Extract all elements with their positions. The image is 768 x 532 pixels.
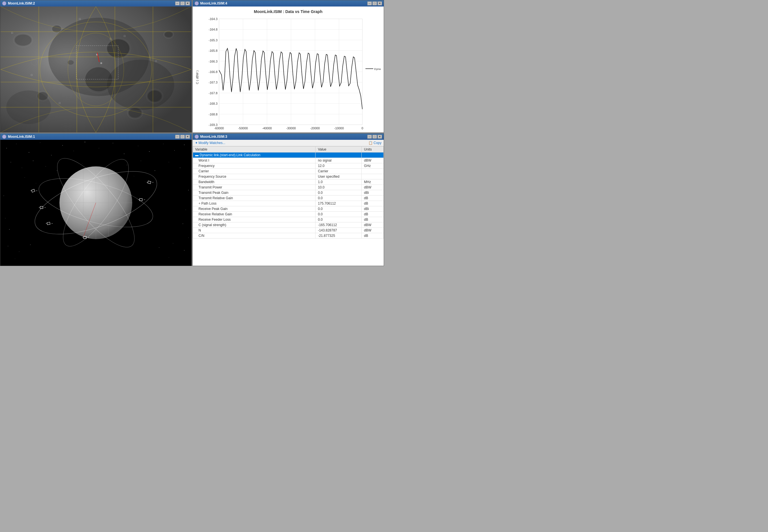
table-row[interactable]: Carrier Carrier — [193, 169, 384, 174]
title-bar-1[interactable]: MoonLink.ISIM:2 ─ □ ✕ — [0, 0, 192, 7]
table-row[interactable]: N -143.828787 dBW — [193, 228, 384, 233]
row-value: 1.0 — [316, 179, 362, 185]
close-btn-3[interactable]: ✕ — [185, 135, 190, 139]
close-btn-2[interactable]: ✕ — [377, 1, 382, 5]
svg-point-90 — [29, 152, 29, 153]
space-3d-view[interactable] — [0, 140, 192, 266]
row-value: User specified — [316, 174, 362, 179]
table-row[interactable]: ▬Dynamic link.(start-end).Link Calculati… — [193, 153, 384, 158]
table-row[interactable]: +Path Loss 175.706112 dB — [193, 201, 384, 206]
row-units: dB — [362, 196, 384, 201]
table-row[interactable]: Transmit Peak Gain 0.0 dBi — [193, 190, 384, 196]
svg-point-107 — [46, 166, 46, 166]
row-value: -143.828787 — [316, 228, 362, 233]
window-controls-1[interactable]: ─ □ ✕ — [175, 1, 190, 5]
svg-text:-60000: -60000 — [214, 126, 224, 130]
window-icon-4 — [194, 134, 199, 139]
close-btn-1[interactable]: ✕ — [185, 1, 190, 5]
restore-btn-2[interactable]: □ — [372, 1, 377, 5]
row-value: 0.0 — [316, 196, 362, 201]
row-units — [362, 174, 384, 179]
window-title-1: MoonLink.ISIM:2 — [8, 1, 175, 5]
table-row[interactable]: Receive Relative Gain 0.0 dB — [193, 212, 384, 217]
row-units: dBi — [362, 190, 384, 196]
window-icon-3 — [2, 134, 7, 139]
watch-panel: ✦ Modify Watches... 📋 Copy Variable Valu… — [193, 140, 384, 266]
modify-watches-btn[interactable]: ✦ Modify Watches... — [195, 141, 226, 145]
minimize-btn-4[interactable]: ─ — [367, 135, 372, 139]
row-variable: Frequency — [193, 163, 316, 169]
table-row[interactable]: Frequency Source User specified — [193, 174, 384, 179]
svg-text:-40000: -40000 — [262, 126, 272, 130]
svg-point-5 — [52, 25, 61, 32]
table-row[interactable]: Bandwidth 1.0 MHz — [193, 179, 384, 185]
svg-text:-166.3: -166.3 — [209, 60, 217, 63]
row-value: 0.0 — [316, 212, 362, 217]
svg-text:⊕: ⊕ — [100, 62, 102, 65]
svg-point-116 — [30, 244, 31, 245]
window-graph: MoonLink.ISIM:4 ─ □ ✕ MoonLink.ISIM : Da… — [192, 0, 384, 133]
svg-point-111 — [155, 170, 155, 171]
svg-point-117 — [159, 247, 159, 248]
title-bar-3[interactable]: MoonLink.ISIM:1 ─ □ ✕ — [0, 134, 192, 140]
table-row[interactable]: Receive Peak Gain 0.0 dBi — [193, 206, 384, 212]
svg-text:-168.8: -168.8 — [209, 113, 217, 116]
title-bar-4[interactable]: MoonLink.ISIM:3 ─ □ ✕ — [193, 134, 384, 140]
table-row[interactable]: C/N -21.877325 dB — [193, 233, 384, 239]
window-title-4: MoonLink.ISIM:3 — [200, 135, 368, 139]
row-variable: Transmit Power — [193, 185, 316, 190]
graph-area: C ( dBW ) — [196, 15, 381, 132]
row-units — [362, 153, 384, 158]
svg-point-109 — [127, 165, 127, 165]
row-value: 0.0 — [316, 217, 362, 222]
svg-point-120 — [5, 218, 5, 218]
table-row[interactable]: Transmit Relative Gain 0.0 dB — [193, 196, 384, 201]
moon-map-view[interactable]: □ □ □ ⊕ ⊕ □ □ □ □ — [0, 7, 192, 132]
svg-text:-20000: -20000 — [310, 126, 319, 130]
row-variable: Bandwidth — [193, 179, 316, 185]
row-value: -165.706112 — [316, 222, 362, 228]
table-row[interactable]: Frequency 12.0 GHz — [193, 163, 384, 169]
svg-point-96 — [99, 148, 99, 148]
window-controls-2[interactable]: ─ □ ✕ — [367, 1, 382, 5]
close-btn-4[interactable]: ✕ — [377, 135, 382, 139]
table-row[interactable]: Receive Feeder Loss 0.0 dB — [193, 217, 384, 222]
svg-point-121 — [183, 224, 183, 224]
title-bar-2[interactable]: MoonLink.ISIM:4 ─ □ ✕ — [193, 0, 384, 7]
window-controls-3[interactable]: ─ □ ✕ — [175, 135, 190, 139]
row-value: 12.0 — [316, 163, 362, 169]
minimize-btn-1[interactable]: ─ — [175, 1, 180, 5]
graph-y-label: C ( dBW ) — [196, 15, 199, 132]
svg-text:-166.8: -166.8 — [209, 70, 217, 74]
svg-point-7 — [107, 39, 129, 58]
svg-text:-30000: -30000 — [286, 126, 296, 130]
table-row[interactable]: Worst I no signal dBW — [193, 158, 384, 163]
restore-btn-1[interactable]: □ — [180, 1, 185, 5]
svg-point-99 — [138, 146, 138, 146]
window-icon-1 — [2, 1, 7, 6]
table-row[interactable]: Transmit Power 10.0 dBW — [193, 185, 384, 190]
moon-grid-svg: □ □ □ ⊕ ⊕ □ □ □ □ — [0, 7, 192, 132]
restore-btn-4[interactable]: □ — [372, 135, 377, 139]
svg-point-15 — [165, 32, 173, 37]
svg-point-94 — [74, 151, 74, 151]
svg-point-114 — [8, 246, 8, 246]
window-icon-2 — [194, 1, 199, 6]
svg-text:-168.3: -168.3 — [209, 102, 217, 105]
restore-btn-3[interactable]: □ — [180, 135, 185, 139]
minimize-btn-3[interactable]: ─ — [175, 135, 180, 139]
svg-point-110 — [141, 161, 141, 161]
graph-title: MoonLink.ISIM : Data vs Time Graph — [196, 9, 381, 14]
svg-text:□: □ — [11, 31, 13, 34]
svg-point-21 — [48, 18, 149, 96]
table-row[interactable]: C (signal strength) -165.706112 dBW — [193, 222, 384, 228]
minimize-btn-2[interactable]: ─ — [367, 1, 372, 5]
svg-text:0: 0 — [361, 126, 363, 130]
svg-point-20 — [31, 60, 38, 65]
row-variable: N — [193, 228, 316, 233]
row-variable: +Path Loss — [193, 201, 316, 206]
window-controls-4[interactable]: ─ □ ✕ — [367, 135, 382, 139]
svg-text:Dynamic link.Forward.C: Dynamic link.Forward.C — [374, 67, 381, 70]
svg-text:-10000: -10000 — [334, 126, 344, 130]
copy-btn[interactable]: 📋 Copy — [368, 141, 381, 145]
